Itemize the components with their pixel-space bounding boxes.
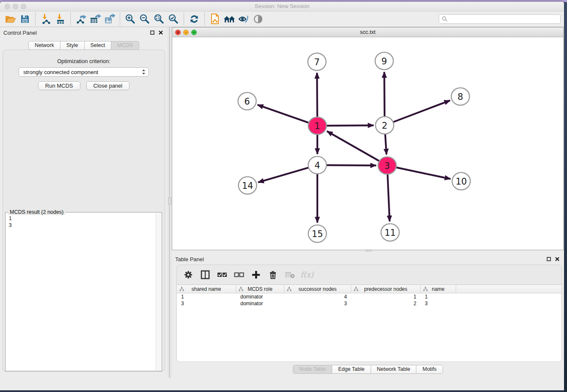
graph-node-label: 9 — [381, 56, 387, 66]
graph-edge-1-6[interactable] — [258, 105, 310, 123]
tab-node-table[interactable]: Node Table — [293, 365, 332, 374]
export-network-icon[interactable] — [74, 13, 88, 25]
float-panel-icon[interactable] — [149, 29, 156, 36]
refresh-layout-icon[interactable] — [187, 13, 201, 25]
import-network-icon[interactable] — [39, 13, 53, 25]
deselect-all-icon[interactable] — [233, 268, 245, 281]
splitter-grip[interactable] — [168, 197, 171, 205]
graph-edge-2-9[interactable] — [384, 72, 385, 117]
graph-edge-4-3[interactable] — [326, 165, 376, 166]
tab-edge-table[interactable]: Edge Table — [332, 365, 371, 374]
graph-edge-3-10[interactable] — [396, 167, 451, 179]
save-session-icon[interactable] — [18, 13, 32, 25]
graph-node-2[interactable]: 2 — [376, 117, 394, 134]
graph-node-8[interactable]: 8 — [451, 88, 470, 105]
minimize-window-button[interactable] — [13, 4, 18, 9]
column-header-predecessor-nodes[interactable]: predecessor nodes — [351, 285, 421, 293]
tab-style[interactable]: Style — [60, 41, 85, 50]
close-table-panel-icon[interactable] — [554, 256, 561, 262]
tab-network-table[interactable]: Network Table — [371, 365, 417, 374]
add-column-icon[interactable] — [250, 268, 262, 281]
zoom-out-icon[interactable] — [138, 13, 152, 25]
zoom-in-icon[interactable] — [123, 13, 138, 25]
float-table-panel-icon[interactable] — [545, 256, 552, 262]
column-header-successor-nodes[interactable]: successor nodes — [284, 285, 351, 293]
tab-network[interactable]: Network — [28, 41, 61, 50]
tab-motifs[interactable]: Motifs — [416, 365, 443, 374]
graph-edge-2-8[interactable] — [393, 100, 450, 122]
network-minimize-button[interactable]: − — [183, 30, 189, 35]
zoom-window-button[interactable] — [21, 4, 26, 9]
app-window: Session: New Session — [0, 2, 564, 390]
network-window-titlebar[interactable]: ✕ − + scc.txt — [172, 28, 563, 37]
close-panel-button[interactable]: Close panel — [86, 81, 130, 90]
graph-node-1[interactable]: 1 — [308, 117, 327, 135]
network-graph[interactable]: 7968124314101511 — [172, 37, 563, 250]
import-table-icon[interactable] — [53, 13, 67, 25]
hide-graphics-details-icon[interactable] — [237, 13, 251, 25]
close-window-button[interactable] — [5, 4, 10, 9]
network-zoom-button[interactable]: + — [191, 30, 197, 35]
mcds-result-scrollbar[interactable] — [156, 213, 161, 370]
graph-edge-1-7[interactable] — [317, 73, 317, 117]
table-cell[interactable]: 4 — [284, 293, 351, 300]
table-cell[interactable]: dominator — [236, 300, 284, 307]
graph-node-10[interactable]: 10 — [452, 173, 471, 190]
network-document-icon[interactable] — [208, 13, 222, 25]
table-panel-tabs: Node TableEdge TableNetwork TableMotifs — [172, 365, 564, 374]
table-cell[interactable]: 1 — [351, 293, 421, 300]
vertical-splitter[interactable] — [168, 27, 172, 378]
column-header-name[interactable]: name — [421, 285, 456, 293]
graph-edge-3-1[interactable] — [327, 131, 380, 161]
table-cell[interactable]: 3 — [284, 300, 351, 307]
table-cell[interactable]: 3 — [177, 300, 236, 307]
close-panel-icon[interactable] — [157, 29, 164, 36]
dropdown-selected-value: strongly connected component — [23, 69, 98, 75]
network-close-button[interactable]: ✕ — [175, 30, 181, 35]
zoom-fit-icon[interactable] — [152, 13, 166, 25]
graph-edge-1-2[interactable] — [326, 125, 374, 126]
tab-mcds[interactable]: MCDS — [111, 41, 139, 50]
column-header-MCDS-role[interactable]: MCDS role — [236, 285, 284, 293]
network-canvas[interactable]: 7968124314101511 — [172, 37, 563, 250]
search-field-wrap — [439, 14, 561, 24]
open-session-icon[interactable] — [3, 13, 18, 25]
column-layout-icon[interactable] — [199, 268, 212, 281]
graph-node-6[interactable]: 6 — [238, 93, 256, 110]
export-image-icon[interactable] — [102, 13, 117, 25]
table-cell[interactable]: dominator — [236, 293, 284, 300]
graph-node-11[interactable]: 11 — [381, 224, 399, 241]
network-resize-grip[interactable] — [365, 249, 372, 251]
show-graphics-details-icon[interactable] — [251, 13, 265, 25]
graph-edge-3-11[interactable] — [388, 174, 390, 221]
graph-edge-2-3[interactable] — [385, 134, 386, 155]
table-row[interactable]: 1dominator411 — [177, 293, 561, 300]
table-cell[interactable]: 1 — [177, 293, 236, 300]
table-cell[interactable]: 1 — [421, 293, 456, 300]
mcds-result-text[interactable]: 13 — [7, 215, 155, 369]
graph-node-3[interactable]: 3 — [378, 157, 396, 174]
table-settings-gear-icon[interactable] — [182, 268, 195, 281]
tab-select[interactable]: Select — [84, 41, 112, 50]
home-neighbors-icon[interactable] — [222, 13, 237, 25]
table-cell[interactable]: 2 — [351, 300, 421, 307]
export-table-icon[interactable] — [88, 13, 102, 25]
select-all-icon[interactable] — [216, 268, 228, 281]
table-panel: Table Panel — [172, 254, 564, 378]
run-mcds-button[interactable]: Run MCDS — [38, 81, 80, 90]
delete-column-trash-icon[interactable] — [267, 268, 279, 281]
search-icon — [442, 16, 448, 22]
optimization-criterion-dropdown[interactable]: strongly connected component — [19, 67, 149, 77]
graph-node-7[interactable]: 7 — [308, 53, 326, 71]
column-header-shared-name[interactable]: shared name — [177, 285, 236, 293]
graph-node-4[interactable]: 4 — [308, 157, 327, 174]
table-cell[interactable]: 3 — [421, 300, 456, 307]
graph-edge-4-14[interactable] — [258, 168, 309, 182]
main-titlebar[interactable]: Session: New Session — [0, 2, 564, 11]
graph-node-14[interactable]: 14 — [239, 177, 257, 194]
table-row[interactable]: 3dominator323 — [177, 300, 561, 307]
search-input[interactable] — [439, 14, 561, 24]
zoom-selected-icon[interactable] — [166, 13, 181, 25]
graph-node-15[interactable]: 15 — [308, 225, 327, 243]
graph-node-9[interactable]: 9 — [375, 52, 394, 70]
